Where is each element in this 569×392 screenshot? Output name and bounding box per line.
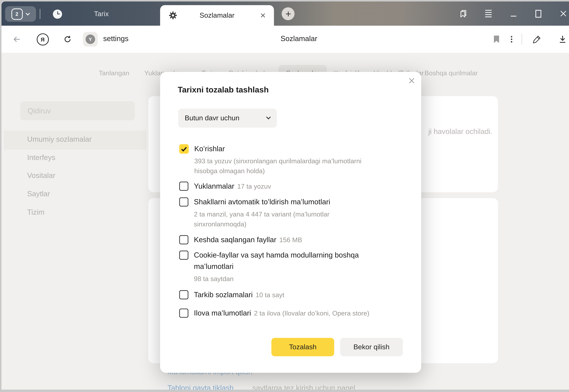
nav-tanlangan[interactable]: Tanlangan (99, 69, 129, 77)
bookmark-icon[interactable] (490, 33, 503, 46)
tab-strip: 2 Tarix Sozlamalar (1, 1, 569, 26)
browser-window: 2 Tarix Sozlamalar (0, 0, 569, 392)
maximize-icon[interactable] (532, 7, 545, 20)
tab-count-badge: 2 (11, 8, 23, 20)
window-body: 2 Tarix Sozlamalar (1, 1, 569, 390)
settings-search[interactable] (20, 101, 135, 120)
tab-settings[interactable]: Sozlamalar (160, 5, 274, 26)
tab-title: Tarix (94, 10, 109, 18)
chevron-down-icon (266, 116, 271, 120)
item-detail: 2 ta ilova (Ilovalar doʻkoni, Opera stor… (254, 310, 369, 317)
checkbox-icon[interactable] (179, 235, 189, 244)
sidebar-item-tizim[interactable]: Tizim (27, 208, 44, 216)
toolbar-divider (521, 34, 522, 45)
clear-button[interactable]: Tozalash (271, 338, 334, 356)
period-select[interactable]: Butun davr uchun (178, 109, 277, 128)
item-label[interactable]: Keshda saqlangan fayllar (194, 236, 277, 244)
reload-icon[interactable] (61, 33, 74, 46)
history-item-row[interactable]: Koʻrishlar 393 ta yozuv (sinxronlangan q… (179, 143, 383, 176)
period-selected-value: Butun davr uchun (185, 114, 239, 122)
history-item-row[interactable]: Keshda saqlangan fayllar156 MB (179, 234, 302, 245)
item-detail: 156 MB (279, 236, 302, 244)
checkbox-icon[interactable] (179, 290, 189, 299)
tab-title: Sozlamalar (160, 11, 274, 19)
sidebar-item-umumiy[interactable]: Umumiy sozlamalar (27, 135, 92, 143)
close-icon[interactable] (557, 7, 569, 20)
cancel-button[interactable]: Bekor qilish (340, 338, 403, 356)
toolbar: Я Y settings Sozlamalar (1, 26, 569, 53)
tabstrip-divider (40, 9, 40, 19)
item-label[interactable]: Ilova maʻlumotlari (194, 309, 251, 317)
clear-history-dialog: Tarixni tozalab tashlash Butun davr uchu… (160, 72, 421, 373)
sidebar-item-vositalar[interactable]: Vositalar (27, 171, 55, 180)
item-detail: 393 ta yozuv (sinxronlangan qurilmalarda… (194, 156, 383, 176)
dialog-close-icon[interactable] (407, 76, 417, 86)
sidebar-item-interfeys[interactable]: Interfeys (27, 153, 55, 162)
new-tab-button[interactable] (282, 7, 294, 20)
pen-tool-icon[interactable] (530, 33, 543, 46)
page-title: Sozlamalar (280, 34, 317, 43)
chevron-down-icon (25, 12, 30, 15)
sidebar-item-saytlar[interactable]: Saytlar (27, 190, 50, 198)
item-label[interactable]: Koʻrishlar (194, 143, 383, 154)
background-text-fragment: ji havolalar ochiladi. (428, 127, 492, 136)
clock-icon (53, 9, 62, 18)
plus-icon (285, 11, 291, 17)
checkbox-icon[interactable] (179, 308, 189, 318)
site-badge[interactable]: Y (83, 32, 98, 47)
history-item-row[interactable]: Cookie-fayllar va sayt hamda modullarnin… (179, 250, 389, 284)
site-favicon-icon: Y (86, 34, 95, 44)
menu-icon[interactable] (482, 7, 495, 20)
checkbox-icon[interactable] (179, 182, 189, 191)
history-item-row[interactable]: Ilova maʻlumotlari2 ta ilova (Ilovalar d… (179, 308, 369, 319)
back-icon[interactable] (10, 33, 23, 46)
item-detail: 17 ta yozuv (237, 183, 271, 190)
item-label[interactable]: Shakllarni avtomatik toʻldirish maʻlumot… (194, 196, 348, 208)
dialog-title: Tarixni tozalab tashlash (178, 85, 269, 95)
settings-search-input[interactable] (20, 101, 135, 120)
download-icon[interactable] (556, 33, 569, 46)
restore-tableau-desc: saytlarga tez kirish uchun panel (252, 384, 355, 390)
checkbox-icon[interactable] (179, 197, 189, 207)
tab-history[interactable]: Tarix (45, 4, 156, 24)
item-detail: 2 ta manzil, yana 4 447 ta variant (maʻl… (194, 210, 348, 229)
history-item-row[interactable]: Tarkib sozlamalari10 ta sayt (179, 289, 284, 300)
tab-close-icon[interactable] (259, 11, 267, 20)
settings-page: Tanlangan Yuklanmalar Tarix Qoʻshimchala… (1, 53, 569, 390)
item-detail: 10 ta sayt (256, 291, 284, 299)
tab-group-chip[interactable]: 2 (5, 6, 36, 22)
more-options-icon[interactable] (505, 33, 518, 46)
checkbox-checked-icon[interactable] (179, 144, 189, 154)
item-detail: 98 ta saytdan (194, 274, 389, 284)
bookmarks-panel-icon[interactable] (457, 7, 470, 20)
item-label[interactable]: Tarkib sozlamalari (194, 291, 253, 299)
item-label[interactable]: Cookie-fayllar va sayt hamda modullarnin… (194, 250, 389, 272)
restore-tableau-link[interactable]: Tabloni qayta tiklash (168, 384, 234, 390)
nav-boshqa-qurilmalar[interactable]: Boshqa qurilmalar (424, 69, 478, 77)
checkbox-icon[interactable] (179, 251, 189, 260)
address-text[interactable]: settings (103, 34, 129, 43)
minimize-icon[interactable] (507, 7, 520, 20)
history-item-row[interactable]: Yuklanmalar17 ta yozuv (179, 181, 271, 192)
yandex-icon[interactable]: Я (36, 33, 49, 46)
item-label[interactable]: Yuklanmalar (194, 182, 234, 190)
history-item-row[interactable]: Shakllarni avtomatik toʻldirish maʻlumot… (179, 196, 348, 229)
